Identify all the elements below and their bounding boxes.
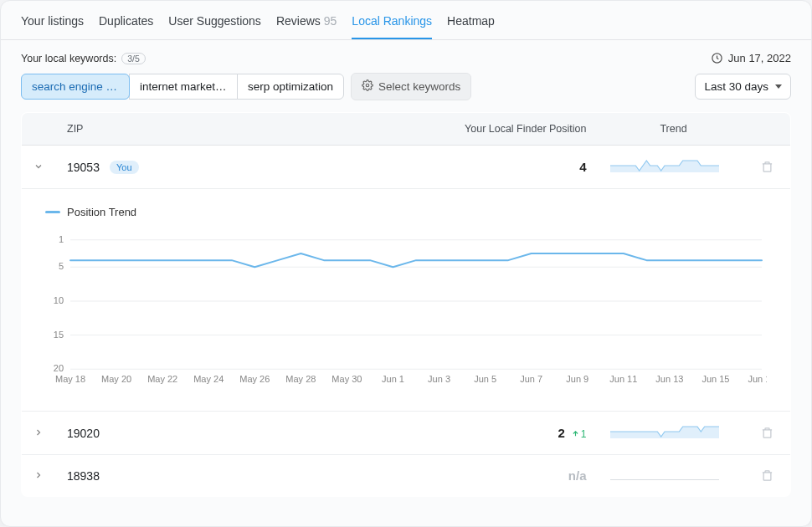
svg-text:Jun 15: Jun 15 — [702, 374, 729, 384]
svg-text:May 24: May 24 — [193, 374, 224, 384]
toolbar-top: Your local keywords: 3/5 Jun 17, 2022 — [1, 40, 811, 64]
zip-value: 18938 — [67, 469, 100, 483]
svg-text:1: 1 — [59, 234, 64, 244]
zip-value: 19053 — [67, 161, 100, 174]
svg-text:Jun 11: Jun 11 — [609, 374, 637, 384]
svg-text:May 26: May 26 — [239, 374, 270, 384]
col-expand — [22, 113, 56, 146]
svg-text:20: 20 — [54, 363, 64, 373]
you-badge: You — [110, 161, 139, 174]
position-trend-chart: 15101520May 18May 20May 22May 24May 26Ma… — [45, 227, 767, 394]
collapse-toggle[interactable] — [33, 161, 44, 174]
col-trend: Trend — [599, 113, 749, 146]
gear-icon — [362, 79, 373, 94]
tab-count: 95 — [324, 14, 337, 28]
chevron-down-icon — [775, 84, 782, 89]
tab-label: Heatmap — [447, 14, 495, 28]
delete-button[interactable] — [761, 161, 779, 173]
legend-swatch-icon — [45, 211, 60, 213]
keyword-chip-group: search engine o… internet marketi… serp … — [21, 74, 344, 100]
svg-text:May 30: May 30 — [331, 374, 362, 384]
rankings-table-wrap: ZIP Your Local Finder Position Trend 190… — [1, 112, 811, 526]
date-range-picker[interactable]: Last 30 days — [695, 74, 791, 100]
trend-sparkline — [610, 425, 719, 438]
date-text: Jun 17, 2022 — [728, 52, 791, 64]
svg-point-1 — [366, 84, 369, 87]
svg-text:May 18: May 18 — [55, 374, 85, 384]
chart-row: Position Trend 15101520May 18May 20May 2… — [22, 189, 791, 412]
expand-toggle[interactable] — [33, 427, 44, 440]
position-change-value: 1 — [581, 428, 587, 440]
chip-label: search engine o… — [32, 80, 124, 93]
delete-button[interactable] — [761, 427, 779, 439]
chart-legend: Position Trend — [45, 206, 767, 218]
keyword-chip[interactable]: serp optimization — [237, 74, 344, 100]
date-range-label: Last 30 days — [704, 80, 768, 93]
svg-text:15: 15 — [54, 330, 64, 340]
tab-local-rankings[interactable]: Local Rankings — [352, 9, 432, 39]
position-value: 4 — [579, 160, 586, 174]
keywords-label: Your local keywords: 3/5 — [21, 53, 146, 64]
tab-heatmap[interactable]: Heatmap — [447, 9, 495, 39]
local-rankings-panel: Your listings Duplicates User Suggestion… — [0, 0, 812, 527]
tab-label: Reviews — [276, 14, 321, 28]
chip-label: serp optimization — [248, 80, 333, 93]
trend-sparkline — [610, 159, 719, 172]
tab-duplicates[interactable]: Duplicates — [99, 9, 153, 39]
position-change: 1 — [572, 428, 587, 440]
legend-label: Position Trend — [67, 206, 136, 218]
col-zip: ZIP — [55, 113, 414, 146]
as-of-date: Jun 17, 2022 — [711, 52, 791, 64]
svg-text:May 20: May 20 — [101, 374, 131, 384]
delete-button[interactable] — [761, 469, 779, 482]
col-actions — [749, 113, 791, 146]
svg-text:Jun 7: Jun 7 — [520, 374, 542, 384]
svg-text:Jun 9: Jun 9 — [566, 374, 588, 384]
tab-bar: Your listings Duplicates User Suggestion… — [1, 1, 811, 40]
keywords-count: 3/5 — [121, 53, 146, 64]
tab-your-listings[interactable]: Your listings — [21, 9, 84, 39]
select-keywords-button[interactable]: Select keywords — [351, 73, 471, 100]
svg-text:10: 10 — [54, 295, 64, 305]
tab-reviews[interactable]: Reviews95 — [276, 9, 337, 39]
trend-sparkline-empty — [610, 479, 719, 480]
tab-label: Local Rankings — [352, 14, 432, 28]
tab-label: User Suggestions — [168, 14, 261, 28]
col-position: Your Local Finder Position — [414, 113, 599, 146]
svg-text:Jun 5: Jun 5 — [474, 374, 496, 384]
svg-text:5: 5 — [59, 261, 64, 271]
keywords-label-text: Your local keywords: — [21, 53, 116, 64]
svg-text:Jun 1: Jun 1 — [382, 374, 404, 384]
table-row: 18938 n/a — [22, 455, 791, 497]
keyword-chip[interactable]: search engine o… — [21, 74, 130, 100]
table-row: 19020 2 1 — [22, 412, 791, 455]
rankings-table: ZIP Your Local Finder Position Trend 190… — [21, 112, 791, 497]
chip-label: internet marketi… — [140, 80, 229, 93]
zip-value: 19020 — [67, 427, 100, 440]
clock-icon — [711, 52, 723, 64]
svg-text:May 22: May 22 — [147, 374, 177, 384]
position-value: n/a — [568, 468, 587, 483]
select-keywords-label: Select keywords — [378, 80, 460, 93]
toolbar-filters: search engine o… internet marketi… serp … — [1, 64, 811, 112]
expand-toggle[interactable] — [33, 469, 44, 483]
svg-text:Jun 13: Jun 13 — [655, 374, 683, 384]
tab-user-suggestions[interactable]: User Suggestions — [168, 9, 261, 39]
position-value: 2 — [558, 426, 565, 440]
tab-label: Duplicates — [99, 14, 153, 28]
tab-label: Your listings — [21, 14, 84, 28]
svg-text:Jun 17: Jun 17 — [748, 374, 767, 384]
svg-text:Jun 3: Jun 3 — [428, 374, 450, 384]
keyword-chip[interactable]: internet marketi… — [129, 74, 238, 100]
table-row: 19053 You 4 — [22, 146, 791, 189]
svg-text:May 28: May 28 — [285, 374, 316, 384]
